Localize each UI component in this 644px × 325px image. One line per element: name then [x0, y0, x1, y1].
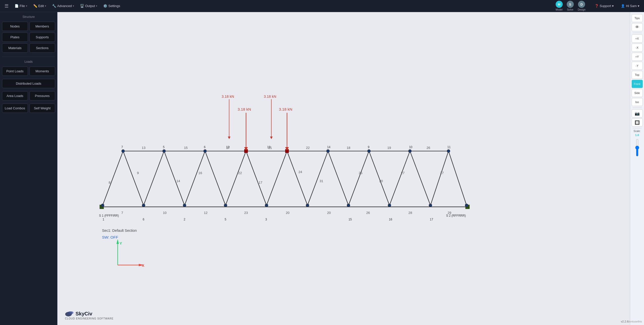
- svg-text:9: 9: [137, 171, 139, 175]
- svg-line-21: [226, 151, 246, 205]
- layers-button[interactable]: 🔲: [632, 118, 643, 126]
- svg-line-27: [348, 151, 369, 205]
- nav-output-label: Output: [85, 4, 95, 8]
- svg-point-46: [368, 150, 371, 153]
- nav-file[interactable]: 📄 File ▾: [12, 3, 30, 9]
- nav-edit[interactable]: ✏️ Edit ▾: [31, 3, 49, 9]
- edit-icon: ✏️: [33, 4, 37, 8]
- scale-slider[interactable]: [635, 139, 640, 156]
- svg-point-39: [388, 204, 391, 207]
- file-icon: 📄: [15, 4, 19, 8]
- nav-file-label: File: [20, 4, 25, 8]
- scale-slider-container[interactable]: [635, 138, 640, 158]
- iso-view-button[interactable]: Iso: [632, 98, 643, 106]
- panel-divider: [633, 33, 642, 33]
- chevron-down-icon: ▾: [45, 5, 46, 7]
- logo-tagline: CLOUD ENGINEERING SOFTWARE: [65, 317, 114, 320]
- tab-model[interactable]: M Model: [554, 0, 564, 12]
- svg-point-48: [447, 150, 450, 153]
- tips-button[interactable]: Tips: [632, 14, 643, 22]
- question-icon: ❓: [595, 4, 599, 8]
- svg-line-16: [123, 151, 144, 205]
- nav-edit-label: Edit: [38, 4, 44, 8]
- svg-text:14: 14: [327, 145, 331, 149]
- moments-button[interactable]: Moments: [29, 67, 55, 76]
- tab-solve[interactable]: S Solve: [565, 0, 575, 12]
- top-view-button[interactable]: Top: [632, 71, 643, 79]
- nav-advanced[interactable]: 🔧 Advanced ▾: [50, 3, 77, 9]
- svg-text:9: 9: [368, 145, 370, 149]
- members-button[interactable]: Members: [29, 22, 55, 31]
- support-button[interactable]: ❓ Support ▾: [592, 3, 617, 9]
- menu-button[interactable]: ☰: [2, 2, 11, 11]
- pressures-button[interactable]: Pressures: [29, 91, 55, 101]
- user-button[interactable]: 👤 Hi Sam ▾: [618, 3, 642, 9]
- sections-button[interactable]: Sections: [29, 43, 55, 53]
- svg-point-36: [265, 204, 268, 207]
- canvas-area[interactable]: 3.18 kN 3.18 kN: [57, 12, 644, 325]
- svg-text:3.18 kN: 3.18 kN: [279, 107, 293, 111]
- svg-point-37: [306, 204, 309, 207]
- svg-point-111: [69, 311, 74, 314]
- svg-text:SW: OFF: SW: OFF: [102, 235, 118, 239]
- supports-button[interactable]: Supports: [29, 32, 55, 42]
- svg-text:16: 16: [389, 218, 392, 221]
- svg-text:20: 20: [327, 211, 331, 215]
- svg-point-42: [122, 150, 125, 153]
- nav-settings[interactable]: ⚙️ Settings: [101, 3, 123, 9]
- eye-button[interactable]: 👁: [632, 23, 643, 31]
- nodes-button[interactable]: Nodes: [2, 22, 28, 31]
- minus-y-button[interactable]: -Y: [632, 62, 643, 70]
- self-weight-button[interactable]: Self Weight: [29, 104, 55, 113]
- svg-point-45: [327, 150, 330, 153]
- main-area: Structure Nodes Members Plates Supports …: [0, 12, 644, 325]
- svg-text:S 1 (FFFFIRR): S 1 (FFFFIRR): [99, 214, 119, 217]
- svg-line-17: [144, 151, 164, 205]
- svg-text:11: 11: [447, 145, 451, 149]
- svg-text:7: 7: [121, 145, 123, 149]
- plus-x-button[interactable]: +X: [632, 35, 643, 43]
- svg-text:26: 26: [426, 146, 430, 150]
- svg-text:15: 15: [184, 146, 188, 150]
- svg-text:14: 14: [176, 179, 180, 183]
- chevron-down-icon: ▾: [638, 4, 639, 8]
- chevron-down-icon: ▾: [612, 4, 614, 8]
- svg-text:3.18 kN: 3.18 kN: [264, 94, 276, 99]
- distributed-loads-button[interactable]: Distributed Loads: [2, 79, 55, 88]
- load-combos-button[interactable]: Load Combos: [2, 104, 28, 113]
- minus-x-button[interactable]: -X: [632, 44, 643, 52]
- svg-line-18: [164, 151, 185, 205]
- svg-text:22: 22: [306, 146, 310, 150]
- svg-text:27: 27: [401, 171, 405, 175]
- load-combos-row: Load Combos Self Weight: [2, 104, 55, 113]
- header-right: ❓ Support ▾ 👤 Hi Sam ▾: [592, 3, 642, 9]
- svg-text:8: 8: [109, 181, 110, 184]
- svg-text:7: 7: [121, 211, 123, 215]
- plates-button[interactable]: Plates: [2, 32, 28, 42]
- nav-output[interactable]: 🖥️ Output ▾: [78, 3, 100, 9]
- nav-advanced-label: Advanced: [57, 4, 72, 8]
- svg-text:5: 5: [163, 145, 165, 149]
- svg-text:13: 13: [142, 146, 146, 150]
- svg-text:6: 6: [143, 218, 145, 221]
- panel-divider-2: [633, 108, 642, 108]
- materials-button[interactable]: Materials: [2, 43, 28, 53]
- side-view-button[interactable]: Side: [632, 89, 643, 97]
- camera-button[interactable]: 📷: [632, 109, 643, 117]
- skyciv-name: SkyCiv: [76, 311, 92, 317]
- front-view-button[interactable]: Front: [632, 80, 643, 88]
- point-loads-button[interactable]: Point Loads: [2, 67, 28, 76]
- svg-text:25: 25: [359, 171, 363, 175]
- plus-y-button[interactable]: +Y: [632, 53, 643, 61]
- model-icon: M: [556, 1, 563, 8]
- svg-text:17: 17: [259, 181, 262, 184]
- svg-point-44: [203, 150, 206, 153]
- solve-label: Solve: [567, 8, 573, 11]
- area-loads-button[interactable]: Area Loads: [2, 91, 28, 101]
- svg-marker-104: [117, 239, 119, 244]
- user-label: Hi Sam: [626, 4, 637, 8]
- svg-text:2: 2: [184, 218, 185, 221]
- svg-text:3.18 kN: 3.18 kN: [238, 107, 251, 111]
- tab-design[interactable]: D Design: [576, 0, 587, 12]
- header: ☰ 📄 File ▾ ✏️ Edit ▾ 🔧 Advanced ▾ 🖥️ Out…: [0, 0, 644, 12]
